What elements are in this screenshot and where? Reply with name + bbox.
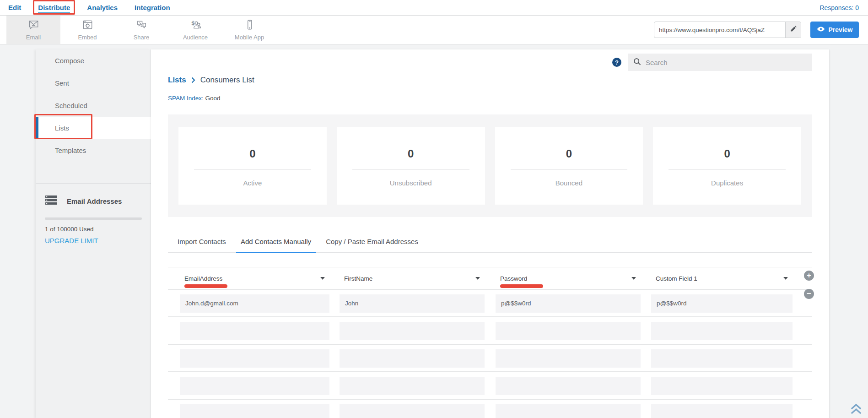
password-field[interactable]	[496, 404, 641, 418]
annotation-underline-password	[500, 284, 543, 288]
firstname-field[interactable]	[340, 322, 485, 340]
toolbar-item-email[interactable]: Email	[6, 16, 60, 44]
search-icon	[633, 58, 641, 67]
sidebar-item-lists[interactable]: Lists	[36, 117, 151, 139]
toolbar-item-share[interactable]: Share	[114, 16, 168, 44]
column-label: FirstName	[344, 275, 372, 282]
firstname-field[interactable]	[340, 404, 485, 418]
lists-panel: ? Lists Consumers List	[151, 49, 829, 418]
top-nav: Edit Distribute Analytics Integration Re…	[0, 0, 868, 16]
custom-field-1-field[interactable]	[651, 377, 793, 395]
responses-count[interactable]: Responses: 0	[819, 4, 859, 11]
nav-tab-distribute[interactable]: Distribute	[38, 4, 70, 11]
email-field[interactable]	[180, 404, 329, 418]
contact-row-empty	[168, 317, 812, 345]
contact-row: John.d@gmail.com John p@$$w0rd p@$$w0rd	[168, 290, 812, 317]
stat-divider	[352, 169, 469, 170]
search-row: ?	[168, 54, 812, 71]
email-icon	[27, 19, 40, 33]
scroll-to-top-button[interactable]	[850, 402, 863, 417]
stat-card-active: 0 Active	[178, 127, 327, 205]
firstname-field[interactable]: John	[340, 294, 485, 313]
contacts-grid: EmailAddress FirstName Password	[168, 267, 812, 418]
toolbar-item-mobile-app[interactable]: Mobile App	[222, 16, 276, 44]
tab-import-contacts[interactable]: Import Contacts	[173, 238, 231, 253]
sidebar-item-sent[interactable]: Sent	[36, 72, 151, 94]
help-icon[interactable]: ?	[612, 58, 621, 67]
search-input[interactable]	[646, 59, 797, 66]
edit-url-button[interactable]	[785, 22, 801, 38]
stat-divider	[511, 169, 628, 170]
sidebar-divider	[36, 183, 151, 184]
spam-index-row: SPAM Index: Good	[168, 95, 812, 102]
annotation-underline-emailaddress	[184, 284, 227, 288]
stat-label: Duplicates	[653, 179, 801, 187]
firstname-field[interactable]	[340, 377, 485, 395]
chevron-down-icon	[475, 277, 480, 280]
email-field[interactable]	[180, 349, 329, 368]
email-field[interactable]	[180, 322, 329, 340]
column-dropdown-firstname[interactable]: FirstName	[340, 267, 485, 289]
contact-row-empty	[168, 345, 812, 372]
tab-copy-paste-email-addresses[interactable]: Copy / Paste Email Addresses	[321, 238, 423, 253]
survey-url-input[interactable]	[654, 22, 801, 38]
custom-field-1-field[interactable]	[651, 404, 793, 418]
preview-button-label: Preview	[829, 26, 853, 33]
nav-tab-integration[interactable]: Integration	[135, 4, 170, 11]
chevron-down-icon	[783, 277, 788, 280]
toolbar-item-email-label: Email	[26, 34, 41, 41]
share-icon	[135, 19, 148, 33]
usage-text: 1 of 100000 Used	[45, 226, 151, 233]
usage-progress-bar	[45, 217, 142, 220]
nav-tab-edit[interactable]: Edit	[8, 4, 21, 11]
spam-index-label: SPAM Index:	[168, 95, 204, 102]
email-field[interactable]: John.d@gmail.com	[180, 294, 329, 313]
embed-icon	[81, 19, 94, 33]
password-field[interactable]: p@$$w0rd	[496, 294, 641, 313]
custom-field-1-field[interactable]	[651, 322, 793, 340]
eye-icon	[817, 26, 825, 33]
nav-tab-distribute-label: Distribute	[38, 4, 70, 13]
column-dropdown-password[interactable]: Password	[496, 267, 641, 289]
stat-divider	[194, 169, 311, 170]
column-dropdown-emailaddress[interactable]: EmailAddress	[180, 267, 329, 289]
tab-add-contacts-manually[interactable]: Add Contacts Manually	[236, 238, 316, 253]
search-box	[628, 54, 812, 71]
page-body: Compose Sent Scheduled Lists Templates E…	[0, 45, 868, 418]
password-field[interactable]	[496, 349, 641, 368]
toolbar-item-embed[interactable]: Embed	[60, 16, 114, 44]
password-field[interactable]	[496, 377, 641, 395]
breadcrumb-lists-link[interactable]: Lists	[168, 76, 186, 85]
upgrade-limit-link[interactable]: UPGRADE LIMIT	[45, 237, 98, 244]
contact-stats-panel: 0 Active 0 Unsubscribed 0 Bounced	[168, 114, 812, 217]
stat-value: 0	[178, 147, 327, 160]
firstname-field[interactable]	[340, 349, 485, 368]
svg-text:$: $	[191, 20, 194, 26]
pencil-icon	[790, 25, 797, 34]
stat-value: 0	[653, 147, 801, 160]
column-dropdown-custom-field-1[interactable]: Custom Field 1	[651, 267, 793, 289]
email-addresses-title: Email Addresses	[67, 197, 122, 205]
stat-label: Bounced	[495, 179, 643, 187]
custom-field-1-field[interactable]	[651, 349, 793, 368]
stat-label: Active	[178, 179, 327, 187]
remove-column-button[interactable]: −	[804, 289, 814, 299]
custom-field-1-field[interactable]: p@$$w0rd	[651, 294, 793, 313]
distribute-toolbar: Email Embed	[0, 16, 868, 44]
password-field[interactable]	[496, 322, 641, 340]
sidebar-item-compose[interactable]: Compose	[36, 49, 151, 72]
toolbar-item-audience[interactable]: $ Audience	[168, 16, 222, 44]
toolbar-item-share-label: Share	[134, 34, 150, 41]
sidebar-item-templates[interactable]: Templates	[36, 139, 151, 162]
double-chevron-up-icon	[850, 409, 863, 417]
stat-value: 0	[337, 147, 485, 160]
contacts-tabs: Import Contacts Add Contacts Manually Co…	[168, 238, 812, 253]
stat-divider	[669, 169, 786, 170]
nav-tab-analytics[interactable]: Analytics	[87, 4, 118, 11]
chevron-down-icon	[631, 277, 636, 280]
preview-button[interactable]: Preview	[810, 22, 859, 38]
email-field[interactable]	[180, 377, 329, 395]
questionpro-app: Edit Distribute Analytics Integration Re…	[0, 0, 868, 418]
sidebar-item-scheduled[interactable]: Scheduled	[36, 94, 151, 117]
add-column-button[interactable]: +	[804, 271, 814, 281]
